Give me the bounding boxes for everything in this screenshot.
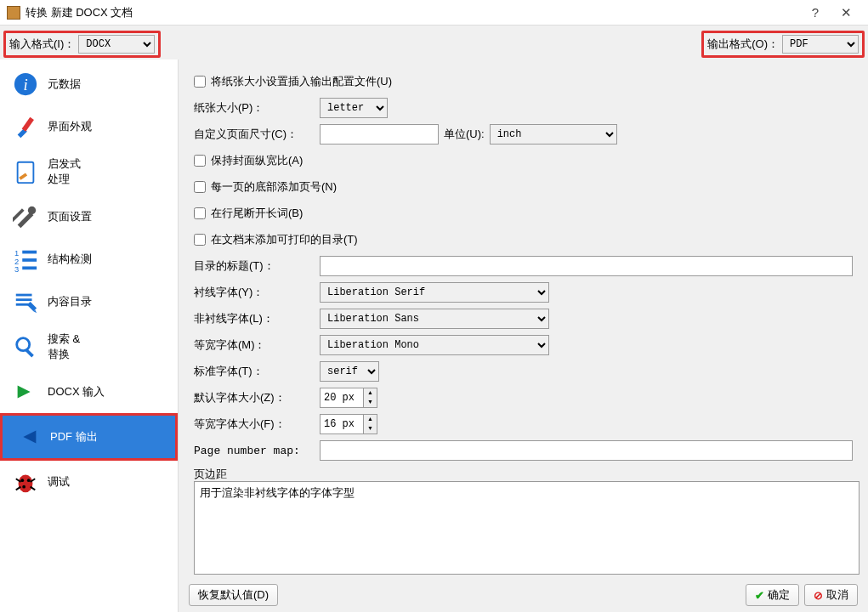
sidebar-label: 调试 bbox=[48, 474, 70, 490]
help-text-box: 用于渲染非衬线字体的字体字型 bbox=[194, 481, 859, 575]
svg-rect-14 bbox=[16, 298, 32, 301]
sidebar-item-debug[interactable]: 调试 bbox=[0, 461, 178, 503]
sidebar: i 元数据 界面外观 启发式 处理 页面设置 bbox=[0, 60, 179, 612]
std-font-select[interactable]: serif bbox=[320, 361, 379, 382]
sidebar-label: 内容目录 bbox=[48, 294, 92, 309]
bug-icon bbox=[10, 469, 41, 495]
unit-label: 单位(U): bbox=[444, 127, 485, 142]
svg-rect-17 bbox=[25, 348, 34, 358]
svg-point-18 bbox=[19, 475, 33, 493]
mono-size-input[interactable] bbox=[320, 414, 364, 434]
svg-point-19 bbox=[20, 479, 24, 482]
sidebar-item-docx-input[interactable]: DOCX 输入 bbox=[0, 371, 178, 413]
svg-rect-11 bbox=[22, 258, 37, 262]
svg-rect-3 bbox=[18, 162, 34, 183]
custom-size-label: 自定义页面尺寸(C)： bbox=[194, 127, 320, 142]
sidebar-label: 结构检测 bbox=[48, 252, 92, 267]
button-bar: 恢复默认值(D) ✔ 确定 ⊘ 取消 bbox=[179, 578, 868, 612]
sidebar-label: 页面设置 bbox=[48, 209, 92, 224]
main-panel: 将纸张大小设置插入输出配置文件(U) 纸张大小(P)： letter 自定义页面… bbox=[179, 60, 868, 612]
sans-font-select[interactable]: Liberation Sans bbox=[320, 309, 549, 329]
sidebar-label: 启发式 处理 bbox=[48, 156, 81, 187]
page-numbers-checkbox[interactable] bbox=[194, 181, 206, 193]
toc-title-input[interactable] bbox=[320, 256, 853, 276]
paper-size-select[interactable]: letter bbox=[320, 98, 388, 118]
def-size-input[interactable] bbox=[320, 388, 364, 408]
tools-icon bbox=[10, 204, 41, 230]
sidebar-item-pdf-output[interactable]: PDF 输出 bbox=[0, 413, 178, 461]
svg-point-20 bbox=[27, 479, 31, 482]
paper-size-label: 纸张大小(P)： bbox=[194, 100, 320, 116]
sidebar-item-toc[interactable]: 内容目录 bbox=[0, 280, 178, 323]
titlebar: 转换 新建 DOCX 文档 ? ✕ bbox=[0, 0, 868, 26]
close-button[interactable]: ✕ bbox=[831, 5, 861, 20]
mono-font-select[interactable]: Liberation Mono bbox=[320, 335, 549, 355]
input-format-box: 输入格式(I)： DOCX bbox=[3, 31, 161, 58]
toc-title-label: 目录的标题(T)： bbox=[194, 258, 320, 274]
break-words-label: 在行尾断开长词(B) bbox=[211, 206, 303, 221]
ok-button[interactable]: ✔ 确定 bbox=[746, 584, 799, 606]
help-button[interactable]: ? bbox=[800, 5, 831, 20]
sans-font-label: 非衬线字体(L)： bbox=[194, 311, 320, 326]
check-icon: ✔ bbox=[755, 589, 764, 602]
form-scroll[interactable]: 将纸张大小设置插入输出配置文件(U) 纸张大小(P)： letter 自定义页面… bbox=[179, 60, 868, 481]
unit-select[interactable]: inch bbox=[490, 124, 617, 144]
svg-rect-10 bbox=[22, 251, 37, 254]
svg-text:3: 3 bbox=[14, 265, 19, 272]
sidebar-label: DOCX 输入 bbox=[48, 384, 105, 400]
sidebar-item-heuristic[interactable]: 启发式 处理 bbox=[0, 148, 178, 196]
restore-defaults-button[interactable]: 恢复默认值(D) bbox=[189, 584, 278, 606]
app-icon bbox=[7, 6, 20, 20]
svg-rect-13 bbox=[16, 294, 32, 297]
input-format-select[interactable]: DOCX bbox=[78, 35, 155, 54]
spin-down-icon[interactable]: ▼ bbox=[364, 424, 377, 434]
window-title: 转换 新建 DOCX 文档 bbox=[26, 5, 800, 20]
sidebar-item-search-replace[interactable]: 搜索 & 替换 bbox=[0, 323, 178, 371]
format-bar: 输入格式(I)： DOCX 输出格式(O)： PDF bbox=[0, 26, 868, 60]
svg-rect-12 bbox=[22, 266, 37, 269]
brush-icon bbox=[10, 114, 41, 139]
add-toc-checkbox[interactable] bbox=[194, 234, 206, 246]
preserve-cover-label: 保持封面纵宽比(A) bbox=[211, 153, 303, 168]
output-format-box: 输出格式(O)： PDF bbox=[701, 31, 865, 58]
serif-font-label: 衬线字体(Y)： bbox=[194, 285, 320, 300]
sidebar-item-look-feel[interactable]: 界面外观 bbox=[0, 105, 178, 148]
margins-header: 页边距 bbox=[194, 467, 853, 481]
svg-rect-2 bbox=[22, 117, 34, 132]
sidebar-label: 界面外观 bbox=[48, 119, 92, 134]
insert-pagesize-label: 将纸张大小设置插入输出配置文件(U) bbox=[211, 74, 392, 89]
input-format-label: 输入格式(I)： bbox=[9, 37, 75, 52]
mono-size-spinner[interactable]: ▲▼ bbox=[320, 414, 377, 434]
insert-pagesize-checkbox[interactable] bbox=[194, 76, 206, 88]
cancel-button[interactable]: ⊘ 取消 bbox=[804, 584, 858, 606]
serif-font-select[interactable]: Liberation Serif bbox=[320, 282, 549, 303]
wand-icon bbox=[10, 159, 41, 184]
spin-down-icon[interactable]: ▼ bbox=[364, 398, 377, 407]
preserve-cover-checkbox[interactable] bbox=[194, 155, 206, 167]
spin-up-icon[interactable]: ▲ bbox=[364, 388, 377, 398]
page-number-map-label: Page number map: bbox=[194, 445, 320, 457]
custom-size-input[interactable] bbox=[320, 124, 439, 144]
page-numbers-label: 每一页的底部添加页号(N) bbox=[211, 179, 337, 195]
sidebar-item-metadata[interactable]: i 元数据 bbox=[0, 63, 178, 105]
page-number-map-input[interactable] bbox=[320, 440, 853, 461]
spin-up-icon[interactable]: ▲ bbox=[364, 415, 377, 424]
svg-point-21 bbox=[22, 485, 26, 489]
cancel-icon: ⊘ bbox=[814, 589, 823, 602]
help-text: 用于渲染非衬线字体的字体字型 bbox=[200, 486, 355, 499]
sidebar-item-structure[interactable]: 123 结构检测 bbox=[0, 238, 178, 280]
input-arrow-icon bbox=[10, 379, 41, 405]
output-arrow-icon bbox=[13, 424, 43, 450]
add-toc-label: 在文档末添加可打印的目录(T) bbox=[211, 232, 358, 247]
break-words-checkbox[interactable] bbox=[194, 207, 206, 219]
sidebar-item-page-setup[interactable]: 页面设置 bbox=[0, 196, 178, 238]
std-font-label: 标准字体(T)： bbox=[194, 364, 320, 379]
mono-font-label: 等宽字体(M)： bbox=[194, 337, 320, 353]
sidebar-label: 元数据 bbox=[48, 76, 81, 92]
sidebar-label: PDF 输出 bbox=[50, 429, 98, 445]
info-icon: i bbox=[10, 71, 41, 97]
search-icon bbox=[10, 334, 41, 360]
toc-icon bbox=[10, 289, 41, 314]
def-size-spinner[interactable]: ▲▼ bbox=[320, 388, 377, 408]
output-format-select[interactable]: PDF bbox=[782, 35, 859, 54]
